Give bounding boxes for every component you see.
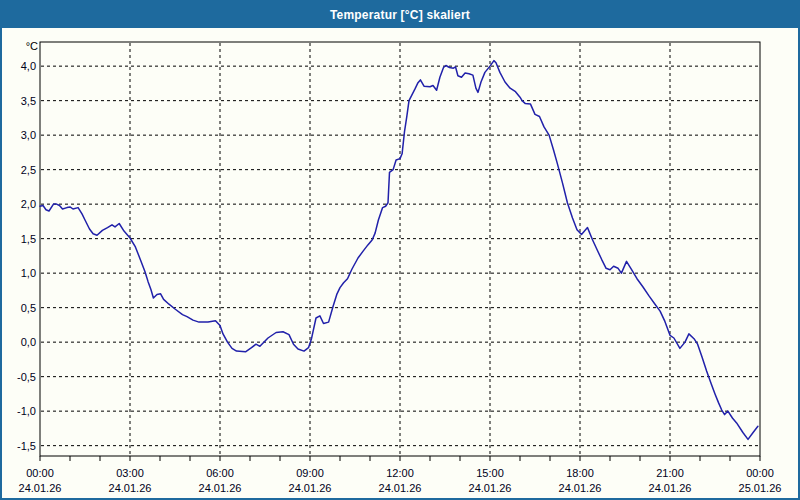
x-tick-date-label: 24.01.26 (649, 482, 692, 494)
y-tick-label: 3,0 (21, 129, 36, 141)
y-tick-label: -0,5 (17, 371, 36, 383)
x-tick-time-label: 09:00 (296, 467, 324, 479)
y-tick-label: -1,5 (17, 440, 36, 452)
x-tick-date-label: 24.01.26 (379, 482, 422, 494)
y-tick-label: 0,5 (21, 302, 36, 314)
x-tick-date-label: 24.01.26 (469, 482, 512, 494)
temperature-series-line (40, 61, 758, 440)
x-tick-time-label: 21:00 (656, 467, 684, 479)
y-tick-label: 2,5 (21, 164, 36, 176)
x-tick-time-label: 00:00 (26, 467, 54, 479)
y-tick-label: 4,0 (21, 60, 36, 72)
y-tick-label: -1,0 (17, 405, 36, 417)
x-tick-date-label: 24.01.26 (19, 482, 62, 494)
x-tick-date-label: 24.01.26 (109, 482, 152, 494)
window-title-bar[interactable]: Temperatur [°C] skaliert (2, 2, 798, 28)
y-tick-label: 1,5 (21, 233, 36, 245)
window-title: Temperatur [°C] skaliert (330, 8, 470, 22)
y-tick-label: 1,0 (21, 267, 36, 279)
temperature-line-chart: 4,03,53,02,52,01,51,00,50,0-0,5-1,0-1,50… (2, 28, 798, 498)
x-tick-date-label: 24.01.26 (289, 482, 332, 494)
y-tick-label: 0,0 (21, 336, 36, 348)
app-window: Temperatur [°C] skaliert 4,03,53,02,52,0… (0, 0, 800, 500)
x-tick-date-label: 24.01.26 (559, 482, 602, 494)
x-tick-time-label: 15:00 (476, 467, 504, 479)
x-tick-date-label: 25.01.26 (739, 482, 782, 494)
x-tick-time-label: 00:00 (746, 467, 774, 479)
x-tick-time-label: 18:00 (566, 467, 594, 479)
y-tick-label: 2,0 (21, 198, 36, 210)
x-tick-time-label: 03:00 (116, 467, 144, 479)
x-tick-date-label: 24.01.26 (199, 482, 242, 494)
chart-area: 4,03,53,02,52,01,51,00,50,0-0,5-1,0-1,50… (2, 28, 798, 498)
y-axis-unit-label: °C (26, 40, 38, 52)
x-tick-time-label: 12:00 (386, 467, 414, 479)
x-tick-time-label: 06:00 (206, 467, 234, 479)
y-tick-label: 3,5 (21, 95, 36, 107)
